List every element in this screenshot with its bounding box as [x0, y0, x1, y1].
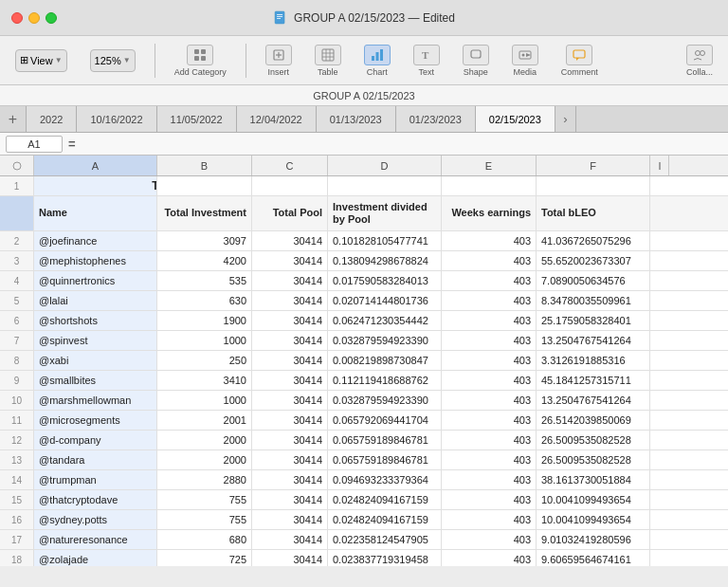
col-header-e[interactable]: E [442, 156, 537, 175]
insert-button[interactable]: Insert [258, 41, 300, 81]
cell-name-11[interactable]: @tandara [34, 450, 157, 469]
tab-01232023[interactable]: 01/23/2023 [396, 106, 476, 132]
cell-divided-2[interactable]: 0.017590583284013 [328, 271, 442, 290]
cell-weeks-6[interactable]: 403 [442, 351, 537, 370]
text-icon-btn[interactable]: T [413, 45, 440, 65]
close-button[interactable] [11, 12, 23, 24]
shape-icon-btn[interactable] [463, 45, 489, 65]
tab-01132023[interactable]: 01/13/2023 [317, 106, 396, 132]
cell-investment-0[interactable]: 3097 [157, 231, 252, 250]
cell-divided-13[interactable]: 0.024824094167159 [328, 490, 442, 509]
window-controls[interactable] [11, 12, 57, 24]
cell-name-0[interactable]: @joefinance [34, 231, 157, 250]
cell-investment-1[interactable]: 4200 [157, 251, 252, 270]
minimize-button[interactable] [28, 12, 40, 24]
tab-12042022[interactable]: 12/04/2022 [237, 106, 317, 132]
cell-investment-10[interactable]: 2000 [157, 431, 252, 449]
select-all-icon[interactable] [11, 160, 23, 172]
header-name[interactable]: Name [34, 196, 157, 230]
cell-bleo-5[interactable]: 13.2504767541264 [537, 331, 650, 350]
shape-button[interactable]: Shape [455, 41, 497, 81]
cell-bleo-10[interactable]: 26.5009535082528 [537, 431, 650, 449]
cell-investment-13[interactable]: 755 [157, 490, 252, 509]
col-f-resize[interactable] [646, 156, 649, 175]
cell-divided-11[interactable]: 0.065759189846781 [328, 450, 442, 469]
sheet-tab-arrow-right[interactable]: › [555, 106, 576, 132]
cell-weeks-14[interactable]: 403 [442, 510, 537, 529]
cell-name-3[interactable]: @lalai [34, 291, 157, 310]
cell-bleo-12[interactable]: 38.1613730051884 [537, 470, 650, 489]
cell-divided-4[interactable]: 0.062471230354442 [328, 311, 442, 330]
cell-investment-7[interactable]: 3410 [157, 371, 252, 390]
table-icon-btn[interactable] [315, 45, 341, 65]
cell-weeks-11[interactable]: 403 [442, 450, 537, 469]
header-weeks-earnings[interactable]: Weeks earnings [442, 196, 537, 230]
cell-divided-6[interactable]: 0.008219898730847 [328, 351, 442, 370]
spreadsheet[interactable]: 1 Table 1 Name Total Investment [0, 176, 728, 566]
media-button[interactable]: Media [504, 41, 546, 81]
col-a-resize[interactable] [153, 156, 156, 175]
cell-pool-16[interactable]: 30414 [252, 550, 328, 566]
row1-cole[interactable] [442, 176, 537, 195]
cell-name-5[interactable]: @spinvest [34, 331, 157, 350]
cell-pool-4[interactable]: 30414 [252, 311, 328, 330]
cell-name-4[interactable]: @shortshots [34, 311, 157, 330]
cell-bleo-9[interactable]: 26.5142039850069 [537, 411, 650, 430]
maximize-button[interactable] [46, 12, 57, 24]
cell-name-16[interactable]: @zolajade [34, 550, 157, 566]
cell-name-14[interactable]: @sydney.potts [34, 510, 157, 529]
table-title-cell[interactable]: Table 1 [34, 176, 157, 195]
cell-pool-10[interactable]: 30414 [252, 431, 328, 449]
view-button[interactable]: ⊞ View ▼ [8, 46, 75, 76]
cell-pool-13[interactable]: 30414 [252, 490, 328, 509]
cell-pool-0[interactable]: 30414 [252, 231, 328, 250]
cell-bleo-13[interactable]: 10.0041099493654 [537, 490, 650, 509]
header-total-investment[interactable]: Total Investment [157, 196, 252, 230]
cell-name-13[interactable]: @thatcryptodave [34, 490, 157, 509]
cell-name-15[interactable]: @natureresonance [34, 530, 157, 549]
cell-investment-16[interactable]: 725 [157, 550, 252, 566]
cell-divided-3[interactable]: 0.020714144801736 [328, 291, 442, 310]
chart-icon-btn[interactable] [364, 45, 391, 65]
cell-name-8[interactable]: @marshmellowman [34, 391, 157, 410]
col-header-d[interactable]: D [328, 156, 442, 175]
cell-investment-5[interactable]: 1000 [157, 331, 252, 350]
cell-investment-4[interactable]: 1900 [157, 311, 252, 330]
cell-bleo-8[interactable]: 13.2504767541264 [537, 391, 650, 410]
row1-colb[interactable] [157, 176, 252, 195]
chart-button[interactable]: Chart [356, 41, 398, 81]
cell-name-6[interactable]: @xabi [34, 351, 157, 370]
cell-bleo-14[interactable]: 10.0041099493654 [537, 510, 650, 529]
tab-10162022[interactable]: 10/16/2022 [77, 106, 156, 132]
row1-colf[interactable] [537, 176, 650, 195]
cell-name-9[interactable]: @microsegments [34, 411, 157, 430]
cell-divided-12[interactable]: 0.094693233379364 [328, 470, 442, 489]
cell-weeks-9[interactable]: 403 [442, 411, 537, 430]
cell-bleo-2[interactable]: 7.0890050634576 [537, 271, 650, 290]
cell-pool-5[interactable]: 30414 [252, 331, 328, 350]
col-b-resize[interactable] [247, 156, 251, 175]
cell-divided-14[interactable]: 0.024824094167159 [328, 510, 442, 529]
cell-bleo-6[interactable]: 3.3126191885316 [537, 351, 650, 370]
cell-divided-0[interactable]: 0.101828105477741 [328, 231, 442, 250]
tab-2022[interactable]: 2022 [27, 106, 77, 132]
cell-pool-11[interactable]: 30414 [252, 450, 328, 469]
cell-name-10[interactable]: @d-company [34, 431, 157, 449]
cell-pool-14[interactable]: 30414 [252, 510, 328, 529]
cell-weeks-12[interactable]: 403 [442, 470, 537, 489]
cell-weeks-7[interactable]: 403 [442, 371, 537, 390]
cell-bleo-3[interactable]: 8.34780035509961 [537, 291, 650, 310]
cell-divided-1[interactable]: 0.138094298678824 [328, 251, 442, 270]
cell-name-1[interactable]: @mephistophenes [34, 251, 157, 270]
col-header-b[interactable]: B [157, 156, 252, 175]
col-c-resize[interactable] [323, 156, 327, 175]
cell-pool-7[interactable]: 30414 [252, 371, 328, 390]
cell-divided-16[interactable]: 0.023837719319458 [328, 550, 442, 566]
cell-pool-15[interactable]: 30414 [252, 530, 328, 549]
comment-button[interactable]: Comment [554, 41, 606, 81]
row1-cold[interactable] [328, 176, 442, 195]
header-total-pool[interactable]: Total Pool [252, 196, 328, 230]
media-icon-btn[interactable] [512, 45, 538, 65]
zoom-button[interactable]: 125% ▼ [82, 46, 143, 76]
cell-pool-1[interactable]: 30414 [252, 251, 328, 270]
